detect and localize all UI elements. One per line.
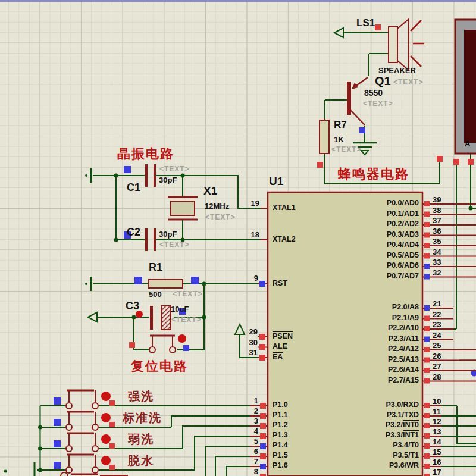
- state-square: [183, 345, 189, 351]
- pin-state-square: [424, 253, 430, 259]
- pin-state-square: [260, 433, 266, 439]
- pin-state-square: [259, 344, 265, 350]
- state-square: [109, 443, 115, 449]
- state-square: [453, 159, 459, 165]
- pin-state-square: [424, 423, 430, 428]
- pin-state-square: [424, 305, 430, 311]
- pin-state-square: [260, 413, 266, 419]
- power-arrow-terminal[interactable]: [235, 324, 245, 334]
- mcu-u1[interactable]: [268, 192, 422, 476]
- emitter-arrow-icon: [352, 83, 358, 89]
- state-square: [124, 166, 131, 173]
- pin-state-square: [260, 423, 266, 429]
- pin-state-square: [424, 358, 430, 363]
- pin-state-square: [424, 453, 430, 459]
- pin-state-square: [260, 453, 266, 459]
- state-square: [468, 159, 474, 165]
- resistor-r7[interactable]: [320, 120, 329, 154]
- state-square: [375, 24, 381, 30]
- pin-state-square: [424, 212, 430, 217]
- pin-state-square: [260, 474, 266, 476]
- capacitor-c2[interactable]: [145, 228, 156, 251]
- state-square: [317, 162, 323, 168]
- sound-waves-icon: [411, 20, 424, 67]
- pin-state-square: [424, 433, 430, 439]
- resistor-r1[interactable]: [149, 280, 183, 288]
- pin-state-square: [424, 403, 430, 408]
- seven-segment-display[interactable]: [455, 20, 476, 154]
- pin-state-square: [424, 378, 430, 384]
- pin-state-square: [260, 443, 266, 449]
- state-square: [54, 419, 61, 426]
- state-square: [54, 462, 61, 469]
- state-square: [191, 277, 199, 284]
- pin-state-square: [424, 443, 430, 449]
- pin-state-square: [424, 264, 430, 269]
- pin-state-square: [259, 334, 265, 340]
- state-square: [179, 308, 186, 315]
- state-square: [124, 231, 131, 239]
- ground-terminal-reset[interactable]: [85, 277, 91, 291]
- pin-state-square: [424, 464, 430, 469]
- state-square: [54, 440, 61, 447]
- pin-state-square: [424, 222, 430, 227]
- state-square: [109, 465, 115, 470]
- pin-state-square: [259, 281, 265, 287]
- pin-state-square: [424, 474, 430, 476]
- state-dot: [136, 311, 143, 318]
- transistor-q1[interactable]: [347, 77, 368, 125]
- ground-terminal-buttons[interactable]: [4, 462, 35, 476]
- state-square: [54, 397, 61, 405]
- pin-state-square: [424, 368, 430, 373]
- pin-state-square: [424, 243, 430, 248]
- pin-state-square: [259, 355, 265, 361]
- speaker-ls1[interactable]: [389, 19, 424, 70]
- state-square: [134, 277, 142, 284]
- state-square: [437, 156, 443, 162]
- pin-state-square: [424, 347, 430, 352]
- pin-state-square: [424, 413, 430, 418]
- ground-terminal-crystal[interactable]: [85, 168, 91, 183]
- pin-state-square: [424, 316, 430, 321]
- ground-symbol-buzzer[interactable]: [353, 143, 377, 155]
- pin-state-square: [424, 326, 430, 331]
- pin-state-square: [260, 403, 266, 409]
- state-square: [129, 342, 135, 348]
- reset-button-actuator: [178, 334, 186, 343]
- state-square: [109, 400, 115, 406]
- pin-state-square: [424, 233, 430, 238]
- capacitor-c3[interactable]: [150, 306, 171, 330]
- arrow-terminal-speaker[interactable]: [334, 28, 343, 37]
- capacitor-c1[interactable]: [145, 164, 156, 187]
- schematic-canvas[interactable]: 晶振电路 复位电路 蜂鸣器电路 LS1 SPEAKER Q1 <TEXT> 85…: [0, 0, 476, 476]
- pin-state-square: [424, 201, 430, 206]
- arrow-terminal-reset[interactable]: [88, 312, 97, 322]
- pin-state-square: [260, 464, 266, 469]
- state-square: [359, 127, 365, 133]
- pin-state-square: [424, 274, 430, 280]
- schematic-layer: [0, 0, 476, 476]
- pin-state-square: [424, 337, 430, 342]
- state-square: [109, 422, 115, 427]
- crystal-x1[interactable]: [168, 197, 198, 220]
